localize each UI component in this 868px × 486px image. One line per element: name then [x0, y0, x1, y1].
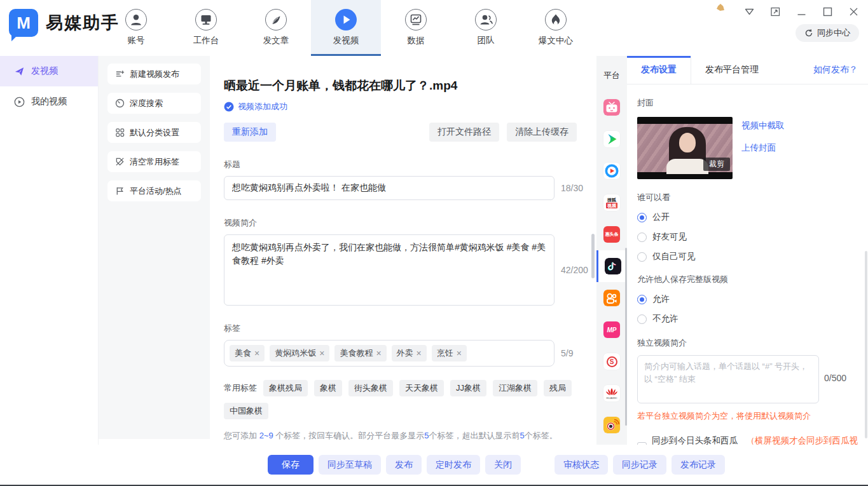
main-scrollbar[interactable]: [591, 234, 595, 278]
close-button[interactable]: 关闭: [485, 455, 521, 475]
radio-selected-icon[interactable]: [637, 295, 647, 304]
radio-selected-icon[interactable]: [637, 213, 647, 222]
sync-center-button[interactable]: 同步中心: [796, 24, 859, 42]
app-logo-icon: M: [9, 9, 38, 37]
common-tag-chip[interactable]: 象棋: [314, 380, 342, 396]
feedback-icon[interactable]: [770, 6, 781, 17]
common-tag-chip[interactable]: 残局: [544, 380, 572, 396]
publish-records-button[interactable]: 发布记录: [672, 455, 725, 475]
tag-item: 美食: [230, 345, 265, 361]
remove-tag-icon[interactable]: [254, 348, 259, 358]
nav-item-publish-video[interactable]: 发视频: [311, 0, 381, 56]
independent-desc-textarea[interactable]: [637, 355, 819, 403]
upload-cover-link[interactable]: 上传封面: [741, 142, 785, 154]
tab-platform-management[interactable]: 发布平台管理: [691, 56, 773, 84]
platform-sohu-hao[interactable]: S: [596, 346, 627, 377]
common-tag-chip[interactable]: JJ象棋: [450, 380, 486, 396]
new-video-publish-button[interactable]: 新建视频发布: [107, 64, 201, 84]
cover-thumbnail[interactable]: 裁剪: [637, 117, 733, 179]
common-tag-chip[interactable]: 天天象棋: [399, 380, 444, 396]
common-tag-chip[interactable]: 象棋残局: [263, 380, 308, 396]
sidebar-item-publish-video[interactable]: 发视频: [0, 56, 98, 86]
nav-item-data[interactable]: 数据: [381, 0, 451, 56]
huawei-icon: HUAWEI: [603, 385, 620, 402]
title-input[interactable]: [224, 176, 555, 200]
maximize-icon[interactable]: [822, 6, 833, 17]
video-play-icon: [334, 8, 357, 31]
publish-button[interactable]: 发布: [386, 455, 422, 475]
tag-item: 外卖: [392, 345, 427, 361]
remove-tag-icon[interactable]: [376, 348, 381, 358]
nav-item-write-article[interactable]: 发文章: [241, 0, 311, 56]
review-status-button[interactable]: 审核状态: [555, 455, 608, 475]
deep-search-button[interactable]: 深度搜索: [107, 93, 201, 114]
nav-item-workbench[interactable]: 工作台: [171, 0, 241, 56]
default-category-settings-button[interactable]: 默认分类设置: [107, 122, 201, 143]
platform-kuaishou[interactable]: [596, 282, 627, 314]
common-tag-chip[interactable]: 江湖象棋: [493, 380, 537, 396]
sidebar-item-my-videos[interactable]: 我的视频: [0, 86, 98, 117]
scheduled-publish-button[interactable]: 定时发布: [427, 455, 480, 475]
chart-icon: [404, 8, 427, 31]
readd-video-button[interactable]: 重新添加: [224, 123, 276, 142]
visibility-option-public[interactable]: 公开: [637, 212, 858, 223]
platform-huawei[interactable]: HUAWEI: [596, 377, 627, 409]
title-counter: 18/30: [561, 183, 583, 193]
capture-from-video-link[interactable]: 视频中截取: [741, 120, 785, 132]
platform-weibo[interactable]: [596, 409, 627, 441]
open-file-path-button[interactable]: 打开文件路径: [429, 123, 499, 142]
nav-item-hot-center[interactable]: 爆文中心: [521, 0, 591, 56]
sync-records-button[interactable]: 同步记录: [613, 455, 666, 475]
hide-dropdown-icon[interactable]: [744, 6, 755, 17]
visibility-option-private[interactable]: 仅自己可见: [637, 251, 858, 262]
platform-sohu-video[interactable]: 搜狐 视频: [596, 187, 627, 219]
platform-rail-label: 平台: [596, 70, 627, 81]
remove-tag-icon[interactable]: [319, 348, 324, 358]
platform-bilibili[interactable]: [596, 91, 627, 123]
independent-desc-note: 若平台独立视频简介为空，将使用默认视频简介: [637, 410, 858, 422]
clear-upload-cache-button[interactable]: 清除上传缓存: [507, 123, 577, 142]
tab-publish-settings[interactable]: 发布设置: [627, 56, 691, 84]
platform-douyin-selected[interactable]: [596, 250, 627, 282]
cover-label: 封面: [637, 97, 858, 109]
platform-tencent-video[interactable]: [596, 123, 627, 155]
footer-bar: 保存 同步至草稿 发布 定时发布 关闭 审核状态 同步记录 发布记录: [0, 445, 868, 485]
save-option-deny[interactable]: 不允许: [637, 313, 858, 325]
common-tag-chip[interactable]: 中国象棋: [224, 403, 268, 419]
platform-activity-button[interactable]: 平台活动/热点: [107, 180, 201, 201]
common-tag-chip[interactable]: 街头象棋: [348, 380, 393, 396]
account-icon: [125, 8, 148, 31]
refresh-icon: [804, 29, 813, 37]
how-to-publish-link[interactable]: 如何发布？: [813, 56, 868, 84]
save-option-allow[interactable]: 允许: [637, 294, 858, 305]
panel-scrollbar[interactable]: [865, 251, 867, 438]
radio-icon[interactable]: [637, 233, 647, 242]
tags-field-label: 标签: [224, 323, 596, 334]
remove-tag-icon[interactable]: [457, 348, 462, 358]
window-controls: [744, 6, 859, 17]
visibility-option-friends[interactable]: 好友可见: [637, 231, 858, 243]
save-button[interactable]: 保存: [268, 455, 313, 475]
radio-icon[interactable]: [637, 252, 647, 262]
close-icon[interactable]: [848, 6, 859, 17]
remove-tag-icon[interactable]: [417, 348, 422, 358]
tag-item: 黄焖鸡米饭: [270, 345, 329, 361]
haokan-video-icon: [603, 163, 620, 179]
minimize-icon[interactable]: [796, 6, 807, 17]
flag-icon: [115, 186, 125, 196]
platform-mp[interactable]: MP: [596, 314, 627, 346]
platform-haokan-video[interactable]: [596, 155, 627, 187]
nav-item-account[interactable]: 账号: [101, 0, 171, 56]
sync-to-draft-button[interactable]: 同步至草稿: [319, 455, 381, 475]
tags-input-box[interactable]: 美食 黄焖鸡米饭 美食教程 外卖 烹饪: [224, 340, 555, 367]
clear-common-tags-button[interactable]: 清空常用标签: [107, 151, 201, 172]
platform-toutiao[interactable]: 惠头条: [596, 219, 627, 250]
douyin-icon: [605, 258, 621, 274]
radio-icon[interactable]: [637, 314, 647, 324]
status-text: 视频添加成功: [238, 101, 287, 112]
crop-button[interactable]: 裁剪: [703, 158, 730, 171]
nav-item-team[interactable]: 团队: [451, 0, 521, 56]
top-nav: 账号 工作台 发文章 发视频 数据 团队: [101, 0, 591, 56]
tag-item: 烹饪: [432, 345, 467, 361]
description-textarea[interactable]: 想吃黄焖鸡别再点外卖了，我们在家也能做，方法很简单#黄焖鸡米饭 #美食 #美食教…: [224, 234, 555, 306]
